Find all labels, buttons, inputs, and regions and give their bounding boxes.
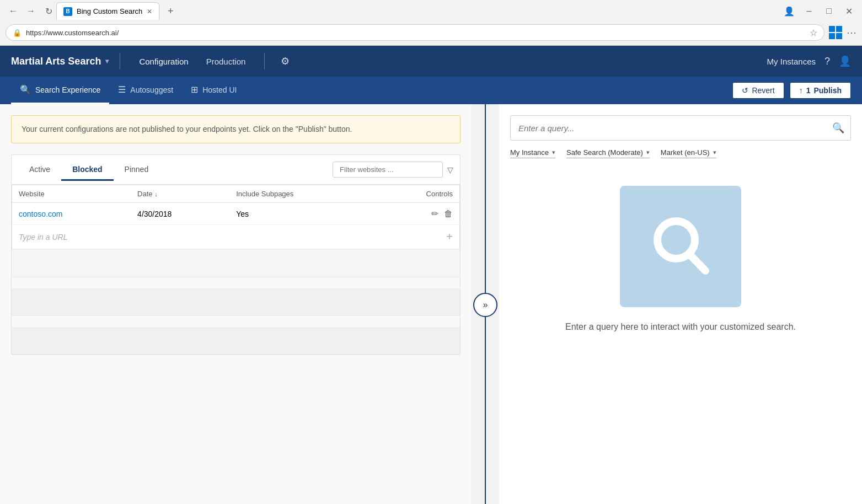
search-placeholder-image — [620, 186, 741, 307]
tab-close-icon[interactable]: ✕ — [147, 8, 152, 15]
add-url-row: Type in a URL + — [12, 225, 460, 250]
sub-header-actions: ↺ Revert ↑ 1 Publish — [732, 82, 851, 99]
browser-menu-button[interactable]: ⋯ — [847, 26, 856, 39]
search-placeholder-visual: Enter a query here to interact with your… — [510, 169, 851, 350]
filter-icon: ▽ — [447, 165, 453, 174]
instance-chevron-icon: ▾ — [552, 149, 555, 156]
tab-pinned[interactable]: Pinned — [114, 159, 160, 181]
nav-arrows: ← → ↻ — [6, 3, 56, 19]
address-text: https://www.customsearch.ai/ — [26, 29, 805, 37]
forward-button[interactable]: → — [23, 3, 39, 19]
cell-include-subpages: Yes — [229, 203, 376, 225]
add-url-container: Type in a URL + — [12, 225, 459, 249]
cell-website: contoso.com — [12, 203, 131, 225]
user-profile-icon[interactable]: 👤 — [781, 3, 797, 19]
address-bar-row: 🔒 https://www.customsearch.ai/ ☆ ⋯ — [0, 22, 862, 45]
my-instances-button[interactable]: My Instances — [767, 57, 816, 66]
main-content: Your current configurations are not publ… — [0, 104, 862, 504]
publish-label: Publish — [813, 86, 842, 95]
back-button[interactable]: ← — [6, 3, 21, 19]
col-header-controls: Controls — [376, 185, 459, 203]
col-header-include-subpages: Include Subpages — [229, 185, 376, 203]
user-icon[interactable]: 👤 — [839, 55, 851, 67]
bookmark-icon[interactable]: ☆ — [810, 28, 817, 38]
empty-row-3 — [12, 327, 460, 355]
svg-line-1 — [689, 254, 705, 271]
add-url-placeholder[interactable]: Type in a URL — [19, 233, 446, 242]
tab-blocked[interactable]: Blocked — [61, 159, 113, 181]
tab-autosuggest[interactable]: ☰ Autosuggest — [109, 77, 182, 104]
instance-name-label: Martial Arts Search — [11, 56, 101, 67]
filter-input[interactable] — [333, 162, 443, 178]
instance-chevron-icon: ▾ — [105, 57, 109, 65]
search-experience-icon: 🔍 — [20, 84, 31, 95]
safe-search-label: Safe Search (Moderate) — [566, 148, 643, 157]
warning-text: Your current configurations are not publ… — [22, 125, 352, 133]
table-row: contoso.com 4/30/2018 Yes ✏ 🗑 — [12, 203, 460, 225]
warning-banner: Your current configurations are not publ… — [11, 115, 461, 143]
search-large-svg — [642, 208, 719, 285]
maximize-button[interactable]: □ — [821, 3, 837, 19]
search-preview-button[interactable]: 🔍 — [826, 116, 850, 140]
hosted-ui-icon: ⊞ — [191, 84, 198, 95]
search-options: My Instance ▾ Safe Search (Moderate) ▾ M… — [510, 148, 851, 158]
col-header-date[interactable]: Date ↓ — [131, 185, 229, 203]
panel-divider: » — [472, 104, 499, 504]
help-icon[interactable]: ? — [824, 56, 830, 67]
close-window-button[interactable]: ✕ — [841, 3, 856, 19]
filter-row: ▽ — [333, 155, 453, 184]
nav-configuration[interactable]: Configuration — [131, 52, 196, 71]
right-panel: 🔍 My Instance ▾ Safe Search (Moderate) ▾… — [499, 104, 862, 504]
app-title-button[interactable]: Martial Arts Search ▾ — [11, 56, 109, 67]
sub-header: 🔍 Search Experience ☰ Autosuggest ⊞ Host… — [0, 77, 862, 104]
new-tab-button[interactable]: + — [162, 2, 179, 20]
instance-label: My Instance — [510, 148, 549, 157]
delete-icon[interactable]: 🗑 — [444, 209, 453, 219]
hosted-ui-label: Hosted UI — [202, 85, 237, 94]
address-bar[interactable]: 🔒 https://www.customsearch.ai/ ☆ — [6, 24, 824, 41]
nav-production[interactable]: Production — [199, 52, 254, 71]
settings-gear-icon[interactable]: ⚙ — [276, 52, 295, 71]
tab-active[interactable]: Active — [18, 159, 61, 181]
tab-favicon: B — [63, 7, 72, 16]
search-preview-input[interactable] — [511, 118, 826, 138]
cell-date: 4/30/2018 — [131, 203, 229, 225]
market-dropdown[interactable]: Market (en-US) ▾ — [661, 148, 716, 158]
revert-button[interactable]: ↺ Revert — [732, 82, 784, 99]
header-nav: Configuration Production — [131, 52, 253, 71]
refresh-button[interactable]: ↻ — [41, 3, 56, 19]
search-experience-label: Search Experience — [35, 85, 100, 94]
date-sort-icon: ↓ — [154, 191, 158, 197]
empty-row-1 — [12, 250, 460, 277]
minimize-button[interactable]: – — [801, 3, 817, 19]
cell-controls: ✏ 🗑 — [376, 203, 459, 225]
search-preview-icon: 🔍 — [832, 122, 844, 134]
tab-title: Bing Custom Search — [77, 7, 142, 15]
header-divider-1 — [120, 53, 120, 69]
browser-chrome: ← → ↻ B Bing Custom Search ✕ + 👤 – □ ✕ 🔒… — [0, 0, 862, 46]
app-header: Martial Arts Search ▾ Configuration Prod… — [0, 46, 862, 77]
website-link[interactable]: contoso.com — [19, 210, 62, 218]
add-url-plus-icon[interactable]: + — [446, 230, 453, 243]
safe-search-chevron-icon: ▾ — [646, 149, 650, 156]
windows-icon — [829, 26, 842, 39]
secure-icon: 🔒 — [13, 29, 22, 37]
market-chevron-icon: ▾ — [713, 149, 716, 156]
market-label: Market (en-US) — [661, 148, 710, 157]
left-panel: Your current configurations are not publ… — [0, 104, 472, 504]
browser-tab[interactable]: B Bing Custom Search ✕ — [56, 2, 159, 20]
autosuggest-label: Autosuggest — [130, 85, 173, 94]
expand-button[interactable]: » — [473, 293, 497, 317]
publish-button[interactable]: ↑ 1 Publish — [790, 82, 851, 99]
publish-icon: ↑ — [799, 86, 803, 95]
tab-hosted-ui[interactable]: ⊞ Hosted UI — [182, 77, 245, 104]
revert-label: Revert — [752, 86, 774, 95]
row-actions: ✏ 🗑 — [383, 208, 453, 219]
edit-icon[interactable]: ✏ — [431, 208, 438, 219]
instance-dropdown[interactable]: My Instance ▾ — [510, 148, 555, 158]
autosuggest-icon: ☰ — [118, 84, 126, 95]
revert-icon: ↺ — [742, 86, 748, 95]
tab-search-experience[interactable]: 🔍 Search Experience — [11, 77, 109, 104]
safe-search-dropdown[interactable]: Safe Search (Moderate) ▾ — [566, 148, 650, 158]
search-preview-bar: 🔍 — [510, 115, 851, 141]
